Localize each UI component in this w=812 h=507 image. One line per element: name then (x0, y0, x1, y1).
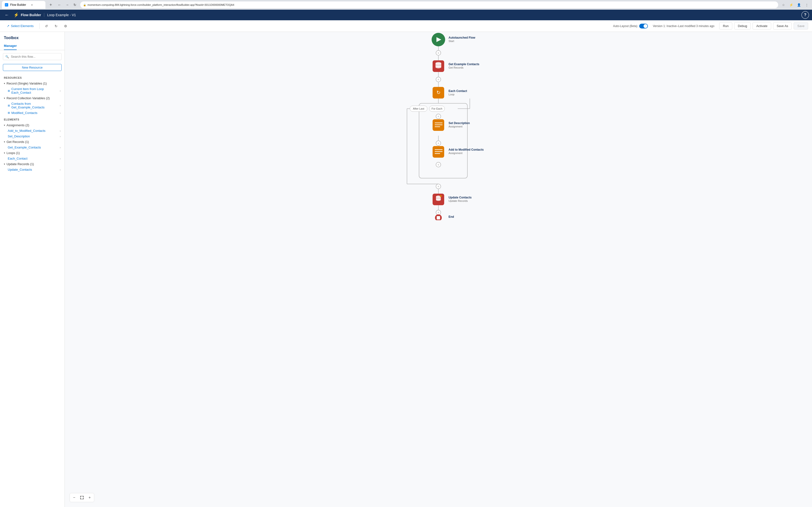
address-bar[interactable]: 🔒 momentum-computing-884.lightning.force… (80, 1, 778, 8)
get-records-label: Get Records (1) (6, 140, 29, 144)
record-single-variables-group[interactable]: ▾ Record (Single) Variables (1) (3, 80, 62, 86)
canvas[interactable]: + + ↻ After Last For Each (65, 32, 812, 507)
list-item-chevron-icon-4: › (60, 129, 61, 132)
svg-text:Loop: Loop (449, 93, 454, 96)
back-button[interactable]: ← (56, 1, 63, 8)
zoom-out-button[interactable]: − (71, 494, 78, 501)
svg-text:+: + (438, 141, 439, 145)
browser-chrome: F Flow Builder ✕ + ← → ↻ 🔒 momentum-comp… (0, 0, 812, 10)
search-input[interactable] (3, 53, 62, 60)
run-button[interactable]: Run (719, 22, 732, 30)
toolbar-separator-1 (39, 23, 40, 29)
record-single-variables-label: Record (Single) Variables (1) (6, 81, 47, 85)
svg-text:+: + (438, 184, 439, 188)
svg-text:After Last: After Last (413, 107, 424, 110)
extensions-button[interactable]: ⚡ (788, 1, 795, 8)
main-layout: Toolbox Manager 🔍 New Resource RESOURCES… (0, 32, 812, 507)
search-icon: 🔍 (5, 55, 9, 58)
svg-rect-79 (83, 496, 84, 497)
list-item-modified-contacts[interactable]: ⊞ Modified_Contacts › (3, 110, 62, 116)
redo-button[interactable]: ↻ (52, 22, 60, 30)
record-collection-icon-1: ⊞ (8, 104, 10, 107)
lock-icon: 🔒 (83, 4, 86, 6)
current-item-label: ⊞ Current Item from Loop Each_Contact (8, 87, 60, 95)
svg-rect-83 (83, 498, 84, 499)
svg-text:+: + (438, 114, 439, 118)
toolbox: Toolbox Manager 🔍 New Resource RESOURCES… (0, 32, 65, 507)
chevron-icon-5: ▾ (4, 152, 5, 154)
version-info: Version 1: Inactive–Last modified 3 minu… (650, 24, 717, 28)
reload-button[interactable]: ↻ (71, 1, 78, 8)
svg-text:+: + (438, 163, 439, 167)
autolayout-label: Auto-Layout (Beta) (613, 24, 638, 28)
loops-group[interactable]: ▾ Loops (1) (3, 150, 62, 156)
list-item-chevron-icon-3: › (60, 112, 61, 114)
each-contact-label: Each_Contact (8, 157, 28, 160)
chevron-icon: ▾ (4, 82, 5, 85)
app-logo: ⚡ Flow Builder (13, 12, 41, 18)
menu-button[interactable]: ⋮ (803, 1, 810, 8)
svg-rect-77 (80, 496, 81, 497)
save-button[interactable]: Save (794, 22, 808, 30)
record-collection-variables-group[interactable]: ▾ Record Collection Variables (2) (3, 95, 62, 101)
flow-name: Loop Example - V1 (44, 13, 79, 17)
svg-text:Update Contacts: Update Contacts (449, 196, 472, 199)
svg-text:End: End (449, 215, 454, 219)
new-tab-button[interactable]: + (47, 1, 54, 8)
elements-section-title: ELEMENTS (3, 116, 62, 122)
tab-close-button[interactable]: ✕ (30, 3, 34, 7)
flow-svg: + + ↻ After Last For Each (354, 32, 523, 220)
chevron-icon-6: ▾ (4, 163, 5, 165)
profile-button[interactable]: 👤 (796, 1, 802, 8)
select-elements-button[interactable]: ↗ Select Elements (4, 23, 37, 29)
svg-text:F: F (6, 4, 7, 6)
browser-actions: ☆ ⚡ 👤 ⋮ (780, 1, 810, 8)
activate-button[interactable]: Activate (753, 22, 771, 30)
settings-button[interactable]: ⚙ (62, 22, 69, 30)
zoom-fit-button[interactable] (79, 494, 85, 501)
chevron-icon-3: ▾ (4, 124, 5, 126)
list-item-contacts-from-get[interactable]: ⊞ Contacts from Get_Example_Contacts › (3, 101, 62, 110)
tab-manager[interactable]: Manager (4, 42, 17, 50)
list-item-chevron-icon-6: › (60, 146, 61, 149)
tab-favicon: F (5, 3, 8, 6)
list-item-each-contact[interactable]: Each_Contact › (3, 156, 62, 161)
list-item-add-to-modified[interactable]: Add_to_Modified_Contacts › (3, 128, 62, 133)
list-item-update-contacts[interactable]: Update_Contacts › (3, 167, 62, 172)
list-item-set-description[interactable]: Set_Description › (3, 133, 62, 139)
tab-title: Flow Builder (10, 3, 26, 6)
svg-rect-75 (437, 216, 440, 219)
app-header: ← ⚡ Flow Builder Loop Example - V1 ? (0, 10, 812, 20)
list-item-current-item[interactable]: ⊞ Current Item from Loop Each_Contact › (3, 86, 62, 95)
bookmark-button[interactable]: ☆ (780, 1, 787, 8)
svg-text:Assignment: Assignment (449, 152, 462, 155)
undo-button[interactable]: ↺ (43, 22, 50, 30)
list-item-chevron-icon-5: › (60, 135, 61, 138)
svg-text:For Each: For Each (432, 107, 443, 110)
save-as-button[interactable]: Save As (773, 22, 792, 30)
zoom-in-button[interactable]: + (86, 494, 93, 501)
assignments-group[interactable]: ▾ Assignments (2) (3, 122, 62, 128)
app-back-button[interactable]: ← (3, 11, 11, 19)
autolayout-toggle[interactable] (639, 24, 648, 29)
search-box: 🔍 (3, 53, 62, 60)
toolbox-title: Toolbox (0, 32, 64, 42)
svg-point-55 (436, 199, 441, 201)
forward-button[interactable]: → (64, 1, 70, 8)
record-icon: ⊞ (8, 89, 10, 93)
svg-text:Autolaunched Flow: Autolaunched Flow (449, 36, 475, 39)
list-item-get-example-contacts[interactable]: Get_Example_Contacts › (3, 145, 62, 150)
chevron-icon-4: ▾ (4, 140, 5, 143)
modified-contacts-label: ⊞ Modified_Contacts (8, 111, 38, 115)
select-elements-label: Select Elements (11, 24, 34, 28)
loops-label: Loops (1) (6, 151, 20, 155)
browser-tab[interactable]: F Flow Builder ✕ (2, 1, 45, 9)
update-records-group[interactable]: ▾ Update Records (1) (3, 161, 62, 167)
new-resource-button[interactable]: New Resource (3, 64, 62, 71)
chevron-icon-2: ▾ (4, 97, 5, 100)
get-records-group[interactable]: ▾ Get Records (1) (3, 139, 62, 145)
help-button[interactable]: ? (801, 11, 809, 19)
update-contacts-label: Update_Contacts (8, 168, 32, 171)
debug-button[interactable]: Debug (734, 22, 751, 30)
svg-point-27 (436, 66, 441, 68)
